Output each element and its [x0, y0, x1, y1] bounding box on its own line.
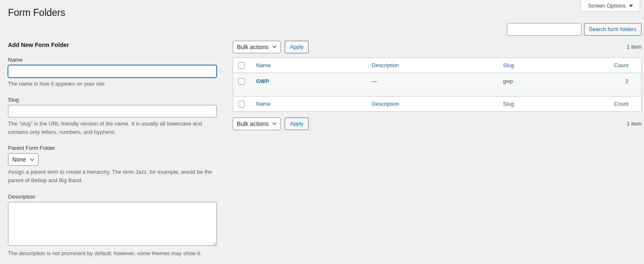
- bulk-actions-label: Bulk actions: [237, 120, 268, 127]
- page-wrap: Screen Options Form Folders Add New Form…: [0, 0, 644, 264]
- parent-field-group: Parent Form Folder None Assign a parent …: [8, 145, 217, 185]
- description-label: Description: [8, 193, 217, 200]
- description-textarea[interactable]: [8, 202, 217, 246]
- add-form-heading: Add New Form Folder: [8, 42, 217, 48]
- column-footer-name[interactable]: Name: [256, 101, 271, 107]
- row-count: 2: [626, 78, 628, 84]
- column-footer-count[interactable]: Count: [614, 101, 628, 107]
- bulk-actions-select-bottom[interactable]: Bulk actions: [233, 118, 281, 130]
- column-header-count[interactable]: Count: [614, 62, 628, 68]
- parent-label: Parent Form Folder: [8, 145, 217, 151]
- name-field-group: Name The name is how it appears on your …: [8, 57, 217, 88]
- slug-help-text: The “slug” is the URL-friendly version o…: [8, 120, 217, 136]
- slug-field-group: Slug The “slug” is the URL-friendly vers…: [8, 97, 217, 136]
- columns-container: Add New Form Folder Name The name is how…: [8, 23, 641, 264]
- item-count-top: 1 item: [627, 44, 641, 50]
- chevron-down-icon: [30, 158, 34, 161]
- bulk-actions-select-top[interactable]: Bulk actions: [233, 41, 281, 53]
- bulk-actions-label: Bulk actions: [237, 44, 268, 50]
- chevron-down-icon: [272, 122, 277, 125]
- page-title: Form Folders: [8, 0, 641, 21]
- select-all-checkbox-top[interactable]: [238, 62, 245, 69]
- slug-input[interactable]: [8, 105, 217, 118]
- table-row: GWP — gwp 2: [233, 73, 641, 96]
- chevron-down-icon: [272, 45, 277, 48]
- row-name-link[interactable]: GWP: [256, 78, 269, 84]
- name-label: Name: [8, 57, 217, 63]
- chevron-down-icon: [629, 5, 633, 7]
- list-column: Search form folders Bulk actions Apply 1…: [233, 23, 641, 264]
- search-form-folders-button[interactable]: Search form folders: [584, 23, 641, 36]
- description-help-text: The description is not prominent by defa…: [8, 249, 217, 258]
- row-slug: gwp: [503, 78, 513, 84]
- search-input[interactable]: [507, 23, 582, 36]
- column-footer-description[interactable]: Description: [372, 101, 399, 107]
- table-footer-row: Name Description Slug Count: [233, 96, 641, 111]
- parent-folder-select[interactable]: None: [8, 153, 39, 166]
- tablenav-bottom: Bulk actions Apply 1 item: [233, 118, 641, 130]
- tablenav-top: Bulk actions Apply 1 item: [233, 41, 641, 53]
- description-field-group: Description The description is not promi…: [8, 193, 217, 258]
- add-form-column: Add New Form Folder Name The name is how…: [8, 23, 217, 264]
- apply-button-bottom[interactable]: Apply: [285, 118, 309, 130]
- column-header-slug[interactable]: Slug: [503, 62, 514, 68]
- screen-options-button[interactable]: Screen Options: [581, 0, 640, 12]
- slug-label: Slug: [8, 97, 217, 103]
- screen-options-label: Screen Options: [588, 3, 626, 9]
- name-input[interactable]: [8, 65, 217, 78]
- item-count-bottom: 1 item: [627, 120, 641, 127]
- column-header-name[interactable]: Name: [256, 62, 271, 68]
- column-footer-slug[interactable]: Slug: [503, 101, 514, 107]
- form-folders-table: Name Description Slug Count GWP — gwp 2: [233, 58, 641, 112]
- row-description: —: [372, 78, 377, 84]
- select-all-checkbox-bottom[interactable]: [238, 101, 245, 107]
- row-checkbox[interactable]: [238, 78, 245, 85]
- parent-help-text: Assign a parent term to create a hierarc…: [8, 168, 217, 185]
- apply-button-top[interactable]: Apply: [285, 41, 309, 53]
- parent-selected-value: None: [12, 156, 26, 163]
- name-help-text: The name is how it appears on your site.: [8, 80, 217, 88]
- table-header-row: Name Description Slug Count: [233, 58, 641, 73]
- search-box: Search form folders: [233, 23, 641, 36]
- column-header-description[interactable]: Description: [372, 62, 399, 68]
